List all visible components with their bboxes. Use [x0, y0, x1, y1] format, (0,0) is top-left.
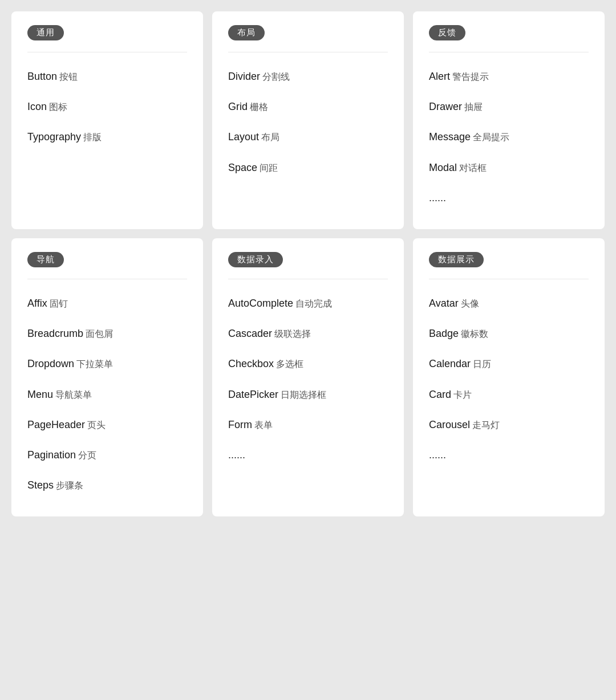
card-header-data-display: 数据展示 — [429, 252, 589, 267]
list-item[interactable]: DatePicker日期选择框 — [228, 380, 388, 410]
more-items-dots: ...... — [228, 440, 388, 470]
item-label-zh: 固钉 — [50, 299, 68, 308]
item-label-en: DatePicker — [228, 389, 278, 400]
item-label-zh: 日历 — [473, 359, 491, 369]
divider-layout — [228, 52, 388, 52]
item-label-en: AutoComplete — [228, 298, 293, 309]
list-item[interactable]: AutoComplete自动完成 — [228, 288, 388, 319]
item-label-zh: 步骤条 — [56, 481, 83, 490]
list-item[interactable]: Dropdown下拉菜单 — [27, 349, 187, 379]
list-item[interactable]: Breadcrumb面包屑 — [27, 319, 187, 349]
card-feedback: 反馈Alert警告提示Drawer抽屉Message全局提示Modal对话框..… — [413, 11, 605, 229]
list-item[interactable]: Divider分割线 — [228, 62, 388, 92]
badge-data-display: 数据展示 — [429, 252, 484, 267]
item-label-zh: 级联选择 — [274, 329, 311, 339]
item-label-zh: 全局提示 — [473, 132, 509, 142]
list-item[interactable]: Calendar日历 — [429, 349, 589, 379]
item-label-en: Space — [228, 162, 257, 173]
item-label-en: Badge — [429, 328, 459, 339]
list-item[interactable]: Typography排版 — [27, 122, 187, 152]
list-item[interactable]: Card卡片 — [429, 380, 589, 410]
divider-data-entry — [228, 279, 388, 279]
list-item[interactable]: Menu导航菜单 — [27, 380, 187, 410]
item-label-en: Message — [429, 131, 471, 143]
list-item[interactable]: Space间距 — [228, 153, 388, 183]
list-item[interactable]: PageHeader页头 — [27, 410, 187, 440]
item-label-en: Layout — [228, 131, 259, 143]
item-label-en: Dropdown — [27, 358, 74, 369]
item-list-layout: Divider分割线Grid栅格Layout布局Space间距 — [228, 62, 388, 183]
item-list-navigation: Affix固钉Breadcrumb面包屑Dropdown下拉菜单Menu导航菜单… — [27, 288, 187, 500]
item-label-en: Calendar — [429, 358, 471, 369]
list-item[interactable]: Affix固钉 — [27, 288, 187, 319]
item-label-zh: 图标 — [49, 102, 67, 112]
item-label-en: Pagination — [27, 449, 76, 461]
list-item[interactable]: Steps步骤条 — [27, 470, 187, 500]
more-items-dots: ...... — [429, 440, 589, 470]
list-item[interactable]: Alert警告提示 — [429, 62, 589, 92]
list-item[interactable]: Avatar头像 — [429, 288, 589, 319]
item-list-general: Button按钮Icon图标Typography排版 — [27, 62, 187, 153]
item-label-en: Menu — [27, 389, 53, 400]
list-item[interactable]: Modal对话框 — [429, 153, 589, 183]
divider-navigation — [27, 279, 187, 279]
item-label-en: Affix — [27, 298, 47, 309]
item-label-en: PageHeader — [27, 419, 85, 430]
item-label-zh: 警告提示 — [452, 72, 489, 82]
item-label-zh: 抽屉 — [464, 102, 483, 112]
item-label-en: Card — [429, 389, 451, 400]
item-label-en: Drawer — [429, 101, 462, 112]
list-item[interactable]: Carousel走马灯 — [429, 410, 589, 440]
item-label-en: Avatar — [429, 298, 459, 309]
item-label-en: Icon — [27, 101, 47, 112]
list-item[interactable]: Form表单 — [228, 410, 388, 440]
list-item[interactable]: Layout布局 — [228, 122, 388, 152]
item-label-zh: 栅格 — [250, 102, 268, 112]
list-item[interactable]: Grid栅格 — [228, 92, 388, 122]
list-item[interactable]: Message全局提示 — [429, 122, 589, 152]
card-data-entry: 数据录入AutoComplete自动完成Cascader级联选择Checkbox… — [212, 238, 404, 516]
card-header-feedback: 反馈 — [429, 25, 589, 40]
item-label-zh: 对话框 — [459, 163, 487, 173]
item-label-zh: 走马灯 — [472, 420, 500, 430]
more-items-dots: ...... — [429, 183, 589, 213]
item-list-data-display: Avatar头像Badge徽标数Calendar日历Card卡片Carousel… — [429, 288, 589, 470]
list-item[interactable]: Icon图标 — [27, 92, 187, 122]
list-item[interactable]: Badge徽标数 — [429, 319, 589, 349]
item-list-feedback: Alert警告提示Drawer抽屉Message全局提示Modal对话框....… — [429, 62, 589, 213]
badge-data-entry: 数据录入 — [228, 252, 283, 267]
card-data-display: 数据展示Avatar头像Badge徽标数Calendar日历Card卡片Caro… — [413, 238, 605, 516]
badge-general: 通用 — [27, 25, 64, 40]
item-label-zh: 间距 — [260, 163, 278, 173]
card-navigation: 导航Affix固钉Breadcrumb面包屑Dropdown下拉菜单Menu导航… — [11, 238, 203, 516]
badge-layout: 布局 — [228, 25, 265, 40]
item-label-zh: 分页 — [78, 450, 96, 460]
divider-feedback — [429, 52, 589, 52]
badge-navigation: 导航 — [27, 252, 64, 267]
card-general: 通用Button按钮Icon图标Typography排版 — [11, 11, 203, 229]
item-label-en: Checkbox — [228, 358, 274, 369]
item-label-zh: 排版 — [83, 132, 102, 142]
item-label-en: Typography — [27, 131, 81, 143]
list-item[interactable]: Button按钮 — [27, 62, 187, 92]
item-label-zh: 按钮 — [59, 72, 78, 82]
item-label-zh: 徽标数 — [461, 329, 488, 339]
list-item[interactable]: Cascader级联选择 — [228, 319, 388, 349]
item-label-zh: 自动完成 — [295, 299, 332, 308]
list-item[interactable]: Pagination分页 — [27, 440, 187, 470]
item-label-zh: 导航菜单 — [55, 390, 92, 400]
item-label-zh: 表单 — [254, 420, 273, 430]
item-label-zh: 下拉菜单 — [76, 359, 113, 369]
list-item[interactable]: Checkbox多选框 — [228, 349, 388, 379]
item-label-en: Carousel — [429, 419, 470, 430]
badge-feedback: 反馈 — [429, 25, 465, 40]
item-label-en: Button — [27, 71, 57, 82]
item-label-en: Alert — [429, 71, 450, 82]
item-label-zh: 分割线 — [262, 72, 290, 82]
card-header-layout: 布局 — [228, 25, 388, 40]
list-item[interactable]: Drawer抽屉 — [429, 92, 589, 122]
item-label-en: Form — [228, 419, 252, 430]
divider-data-display — [429, 279, 589, 279]
item-label-en: Grid — [228, 101, 248, 112]
item-label-en: Cascader — [228, 328, 272, 339]
